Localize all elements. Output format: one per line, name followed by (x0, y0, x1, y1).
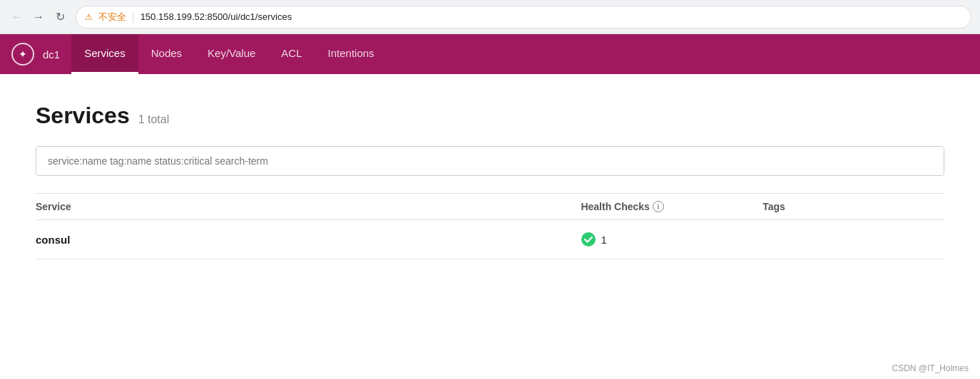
page-title: Services (36, 103, 130, 129)
reload-button[interactable]: ↻ (51, 9, 68, 26)
health-check-pass-icon (581, 232, 596, 247)
services-table: Service Health Checks i Tags consul (36, 193, 944, 259)
app-nav: ✦ dc1 Services Nodes Key/Value ACL Inten… (0, 34, 980, 74)
datacenter-label: dc1 (43, 48, 60, 61)
table-body: consul 1 (36, 220, 944, 259)
service-name-cell: consul (36, 220, 581, 259)
tags-cell (762, 220, 944, 259)
nav-item-intentions[interactable]: Intentions (315, 34, 387, 74)
url-divider: | (132, 11, 135, 23)
col-header-service: Service (36, 194, 581, 220)
col-header-health: Health Checks i (581, 194, 762, 220)
address-bar[interactable]: ⚠ 不安全 | 150.158.199.52:8500/ui/dc1/servi… (76, 6, 971, 28)
security-icon: ⚠ (85, 12, 93, 22)
nav-item-nodes[interactable]: Nodes (138, 34, 195, 74)
health-checks-cell: 1 (581, 220, 762, 259)
security-text: 不安全 (98, 11, 126, 24)
search-container[interactable] (36, 146, 944, 176)
health-check-count: 1 (601, 234, 606, 246)
nav-item-acl[interactable]: ACL (268, 34, 315, 74)
consul-logo-icon: ✦ (11, 43, 34, 66)
health-checks-info-icon[interactable]: i (653, 201, 664, 212)
page-header: Services 1 total (36, 103, 944, 129)
nav-item-services[interactable]: Services (71, 34, 138, 74)
svg-point-0 (581, 232, 596, 246)
health-checks-label: Health Checks (581, 201, 649, 212)
table-row: consul 1 (36, 220, 944, 259)
nav-buttons: ← → ↻ (9, 9, 68, 26)
back-button[interactable]: ← (9, 9, 26, 26)
main-content: Services 1 total Service Health Checks i… (0, 74, 980, 288)
nav-item-keyvalue[interactable]: Key/Value (195, 34, 268, 74)
browser-chrome: ← → ↻ ⚠ 不安全 | 150.158.199.52:8500/ui/dc1… (0, 0, 980, 34)
col-header-tags: Tags (762, 194, 944, 220)
table-header: Service Health Checks i Tags (36, 194, 944, 220)
nav-items: Services Nodes Key/Value ACL Intentions (71, 34, 387, 74)
service-name[interactable]: consul (36, 234, 70, 246)
app-logo: ✦ dc1 (11, 43, 60, 66)
page-subtitle: 1 total (138, 113, 170, 126)
search-input[interactable] (36, 147, 944, 175)
forward-button[interactable]: → (30, 9, 47, 26)
url-text: 150.158.199.52:8500/ui/dc1/services (141, 11, 292, 22)
